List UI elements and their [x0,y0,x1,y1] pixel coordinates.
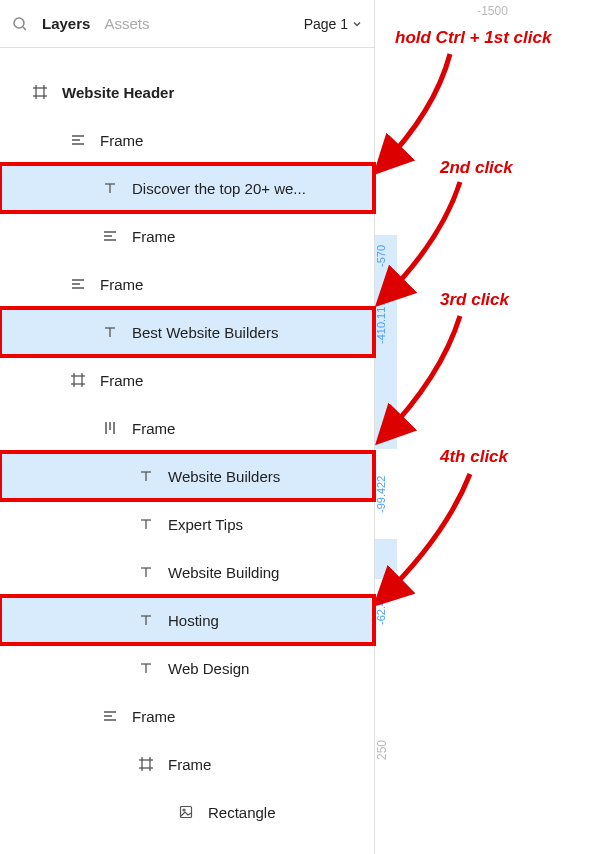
canvas-selection-band: -570 [375,235,397,277]
canvas-selection-band: -410.117 [375,277,397,367]
canvas-selection-band [375,539,397,579]
image-icon [176,805,196,819]
frame-icon [30,85,50,99]
canvas-ruler-tick: 250 [375,740,397,760]
layer-item[interactable]: Discover the top 20+ we... [0,164,374,212]
canvas-ruler-top: -1500 [375,4,610,18]
layer-label: Website Building [168,564,279,581]
layer-label: Frame [100,372,143,389]
text-icon [100,181,120,195]
layer-item[interactable]: Frame [0,404,374,452]
layer-label: Frame [132,420,175,437]
annotation-label: hold Ctrl + 1st click [395,28,551,48]
text-icon [136,613,156,627]
layer-item[interactable]: Rectangle [0,788,374,836]
layer-label: Website Builders [168,468,280,485]
layer-item[interactable]: Web Design [0,644,374,692]
layer-label: Rectangle [208,804,276,821]
layer-item[interactable]: Best Website Builders [0,308,374,356]
layers-panel: Layers Assets Page 1 Website Header Fram… [0,0,375,854]
svg-rect-43 [181,807,192,818]
layer-label: Frame [132,228,175,245]
frame-icon [68,373,88,387]
stack-icon [100,229,120,243]
canvas-selection-band [375,367,397,449]
layer-label: Frame [168,756,211,773]
panel-header: Layers Assets Page 1 [0,0,374,48]
stack-icon [68,277,88,291]
layer-item[interactable]: Frame [0,692,374,740]
svg-line-1 [23,27,26,30]
layer-label: Website Header [62,84,174,101]
layer-label: Frame [100,132,143,149]
annotation-label: 3rd click [440,290,509,310]
layer-item[interactable]: Frame [0,116,374,164]
frame-icon [136,757,156,771]
text-icon [136,517,156,531]
text-icon [136,469,156,483]
page-selector[interactable]: Page 1 [304,16,362,32]
canvas-selection-band: -62.42 [375,579,397,639]
annotation-label: 2nd click [440,158,513,178]
layer-item[interactable]: Frame [0,740,374,788]
layer-item[interactable]: Website Building [0,548,374,596]
page-label: Page 1 [304,16,348,32]
layer-item[interactable]: Website Builders [0,452,374,500]
stack-icon [68,133,88,147]
columns-icon [100,421,120,435]
search-icon[interactable] [12,16,28,32]
layer-label: Expert Tips [168,516,243,533]
text-icon [100,325,120,339]
tab-assets[interactable]: Assets [104,15,149,32]
tab-layers[interactable]: Layers [42,15,90,32]
layer-label: Web Design [168,660,249,677]
stack-icon [100,709,120,723]
layer-label: Frame [100,276,143,293]
layer-item[interactable]: Frame [0,212,374,260]
layer-label: Hosting [168,612,219,629]
canvas-selection-band: -99.422 [375,449,397,539]
layer-item[interactable]: Frame [0,356,374,404]
annotation-label: 4th click [440,447,508,467]
layer-item[interactable]: Hosting [0,596,374,644]
chevron-down-icon [352,19,362,29]
layer-website-header[interactable]: Website Header [0,68,374,116]
layer-label: Discover the top 20+ we... [132,180,306,197]
layer-label: Frame [132,708,175,725]
canvas-area[interactable]: -1500 -570-410.117-99.422-62.42250 [375,0,610,854]
svg-point-44 [183,809,185,811]
layer-tree: Website Header FrameDiscover the top 20+… [0,48,374,836]
layer-label: Best Website Builders [132,324,278,341]
layer-item[interactable]: Frame [0,260,374,308]
text-icon [136,661,156,675]
layer-item[interactable]: Expert Tips [0,500,374,548]
svg-point-0 [14,18,24,28]
text-icon [136,565,156,579]
